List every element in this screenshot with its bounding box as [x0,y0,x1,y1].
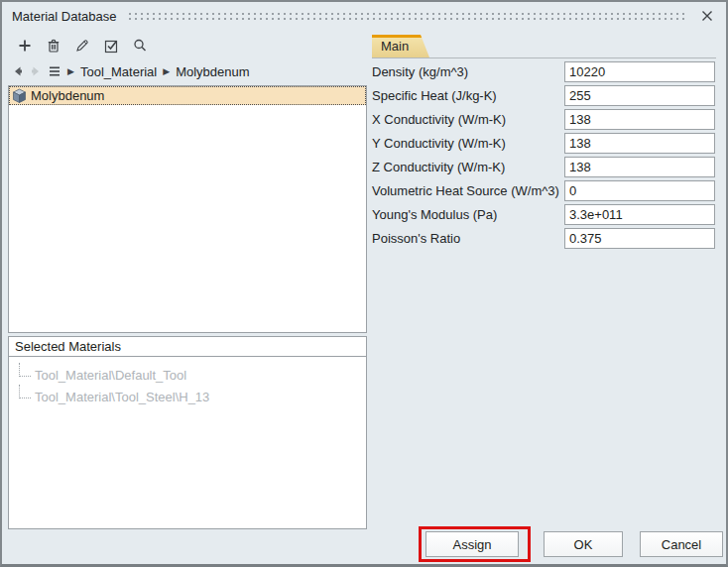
checkbox-check-icon [103,38,119,54]
poissons-ratio-label: Poisson's Ratio [372,231,460,246]
pencil-icon [74,38,90,54]
history-back-button[interactable] [12,65,24,77]
breadcrumb-segment-molybdenum[interactable]: Molybdenum [176,64,249,79]
list-item[interactable]: Tool_Material\Tool_Steel\H_13 [17,386,366,407]
youngs-modulus-label: Young's Modulus (Pa) [372,207,497,222]
breadcrumb-separator-icon: ▶ [163,67,170,76]
delete-material-button[interactable] [43,35,64,57]
add-material-button[interactable] [14,35,36,57]
tree-item-molybdenum[interactable]: Molybdenum [9,86,366,105]
tree-list-icon [48,65,61,77]
volumetric-heat-source-field[interactable] [564,180,715,201]
form-row-volumetric-heat-source: Volumetric Heat Source (W/m^3) [372,178,715,202]
z-conductivity-field[interactable] [564,157,715,177]
material-tree-panel: Molybdenum [8,85,367,333]
form-row-z-conductivity: Z Conductivity (W/m-K) [372,155,715,178]
cube-icon [12,88,27,104]
y-conductivity-field[interactable] [564,133,715,154]
drag-handle-dots[interactable] [129,13,685,20]
selected-material-path: Tool_Material\Default_Tool [35,368,186,383]
specific-heat-field[interactable] [564,85,715,106]
selected-materials-list: Tool_Material\Default_Tool Tool_Material… [8,356,367,529]
selected-material-path: Tool_Material\Tool_Steel\H_13 [35,390,209,404]
cancel-button[interactable]: Cancel [640,531,723,557]
tree-connector-icon [19,363,31,377]
poissons-ratio-field[interactable] [564,228,715,249]
breadcrumb-segment-tool-material[interactable]: Tool_Material [80,64,157,79]
x-conductivity-field[interactable] [564,109,715,130]
density-field[interactable] [564,61,715,82]
magnifier-icon [132,38,148,54]
back-arrow-icon [12,65,24,77]
assign-button[interactable]: Assign [425,531,519,557]
selected-materials-title: Selected Materials [15,339,121,354]
form-row-y-conductivity: Y Conductivity (W/m-K) [372,131,715,155]
youngs-modulus-field[interactable] [564,204,715,225]
form-row-poissons-ratio: Poisson's Ratio [372,226,715,250]
form-row-x-conductivity: X Conductivity (W/m-K) [372,107,715,131]
breadcrumb-separator-icon: ▶ [67,67,74,76]
tree-item-label: Molybdenum [31,88,104,103]
titlebar: Material Database [2,2,726,30]
history-forward-button[interactable] [30,65,42,77]
close-icon [701,10,713,22]
tab-main-label: Main [381,39,409,54]
y-conductivity-label: Y Conductivity (W/m-K) [372,136,506,151]
specific-heat-label: Specific Heat (J/kg-K) [372,88,497,103]
plus-icon [17,38,33,54]
trash-icon [46,38,61,54]
forward-arrow-icon [30,65,42,77]
material-properties-form: Density (kg/m^3) Specific Heat (J/kg-K) … [372,59,715,250]
x-conductivity-label: X Conductivity (W/m-K) [372,112,506,127]
selected-materials-header: Selected Materials [8,336,367,357]
form-row-specific-heat: Specific Heat (J/kg-K) [372,83,715,107]
properties-tabbar: Main [372,35,716,58]
toolbar [14,34,151,57]
form-row-youngs-modulus: Young's Modulus (Pa) [372,202,715,226]
edit-material-button[interactable] [71,35,93,57]
dialog-title: Material Database [12,9,117,24]
close-button[interactable] [698,7,716,25]
volumetric-heat-source-label: Volumetric Heat Source (W/m^3) [372,183,559,198]
ok-button[interactable]: OK [544,531,623,557]
form-row-density: Density (kg/m^3) [372,59,715,83]
tree-list-button[interactable] [48,65,61,77]
apply-material-button[interactable] [100,35,122,57]
list-item[interactable]: Tool_Material\Default_Tool [17,364,366,386]
search-material-button[interactable] [129,35,151,57]
z-conductivity-label: Z Conductivity (W/m-K) [372,160,505,174]
material-database-dialog: Material Database [0,0,728,567]
breadcrumb: ▶ Tool_Material ▶ Molybdenum [12,61,250,81]
tree-connector-icon [19,385,31,398]
density-label: Density (kg/m^3) [372,64,468,79]
tab-main[interactable]: Main [372,35,429,57]
